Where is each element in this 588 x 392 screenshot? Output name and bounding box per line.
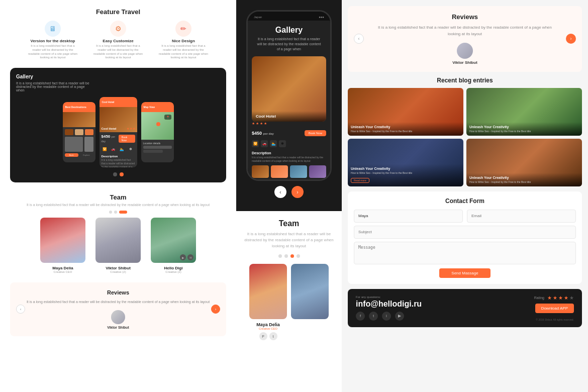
review-next-right-btn[interactable]: › (566, 34, 576, 44)
tm-avatar-maya (249, 264, 287, 319)
name-input[interactable] (354, 210, 463, 223)
star-1: ★ (252, 122, 255, 126)
footer-facebook-icon[interactable]: f (356, 312, 365, 321)
star-3: ★ (260, 122, 263, 126)
tm-avatar-b (291, 264, 329, 319)
gallery-next-btn[interactable]: › (291, 186, 304, 198)
footer-twitter-icon[interactable]: t (369, 312, 378, 321)
blog-card-1-title: Unleash Your Creativity (351, 125, 460, 129)
form-row-3 (354, 242, 576, 264)
form-row-2 (354, 226, 576, 239)
blog-card-2[interactable]: Unleash Your Creativity How to Write Seo… (466, 88, 582, 136)
reviewer-avatar-left (111, 310, 125, 324)
email-input[interactable] (467, 210, 576, 223)
rating-label: Rating (534, 296, 544, 300)
review-next-btn[interactable]: › (211, 305, 220, 314)
reviews-right-title: Reviews (373, 13, 557, 21)
reviewer-name-left: Viktor Shibut (107, 326, 129, 329)
blog-card-3[interactable]: Unleash Your Creativity How to Write Seo… (348, 139, 463, 186)
member-role-viktor: Creative (2) (110, 270, 126, 273)
feature-label-desktop: Version for the desktop (31, 39, 75, 43)
reviews-right-text: It is a long established fact that a rea… (373, 25, 557, 38)
review-prev-right-btn[interactable]: ‹ (354, 34, 364, 44)
blog-card-2-title: Unleash Your Creativity (469, 125, 579, 129)
gear-icon: ⚙ (110, 21, 126, 37)
team-mobile-section: Team It is a long established fact that … (236, 211, 342, 392)
thumb-1 (252, 165, 269, 178)
feature-desc-desktop: It is a long established fact that a rea… (28, 44, 78, 60)
feature-icons: 🖥 Version for the desktop It is a long e… (10, 21, 226, 60)
star-f-3: ★ (558, 295, 563, 301)
gallery-dark-desc: It is a long established fact that a rea… (16, 81, 91, 92)
tm-dot-3[interactable] (290, 254, 294, 258)
team-mobile-members: Maya Delia Creative CEO P t (244, 264, 334, 340)
team-member-viktor: Viktor Shibut Creative (2) (93, 218, 143, 273)
big-phone-header: Japan ●●● (248, 12, 330, 21)
team-members: Maya Delia Creative CEO Viktor Shibut Cr… (10, 218, 226, 273)
tm-dot-4[interactable] (297, 254, 300, 258)
big-phone-screen: Japan ●●● Gallery It is a long establish… (248, 12, 330, 179)
footer-instagram-icon[interactable]: i (382, 312, 391, 321)
star-2: ★ (256, 122, 259, 126)
phone-screen-3: Map View 📍 Location details (141, 102, 174, 162)
blog-card-1[interactable]: Unleash Your Creativity How to Write Seo… (348, 88, 463, 136)
download-app-button[interactable]: Download APP (535, 304, 574, 313)
tm-dot-2[interactable] (284, 254, 288, 258)
rating-stars: ★ ★ ★ ★ ★ (547, 295, 574, 301)
message-textarea[interactable] (354, 242, 576, 264)
team-dot-1[interactable] (109, 211, 112, 214)
tm-member-maya: Maya Delia Creative CEO P t (249, 264, 287, 340)
blog-card-4[interactable]: Unleash Your Creativity How to Write Seo… (466, 139, 582, 186)
gallery-prev-btn[interactable]: ‹ (274, 186, 286, 198)
hotel-stars: ★ ★ ★ ★ (248, 122, 330, 128)
amenities-row: 🛜 🚗 🏊 ❄ (248, 139, 330, 149)
blog-grid: Unleash Your Creativity How to Write Seo… (348, 88, 582, 186)
member-name-maya: Maya Delia (52, 266, 73, 270)
contact-form-section: Contact Form Send Massage (348, 191, 582, 284)
reviewer-right-name: Viktor Shibut (452, 60, 477, 65)
dot-1[interactable] (113, 172, 117, 176)
footer-youtube-icon[interactable]: ▶ (395, 312, 404, 321)
gallery-screen-title: Gallery (248, 21, 330, 37)
form-row-1 (354, 210, 576, 223)
read-more-btn-3[interactable]: Read more (351, 178, 369, 183)
status-bar-left: Japan (254, 16, 262, 19)
footer-left: For any questions: info@hellodigi.ru f t… (356, 296, 422, 321)
blog-card-4-overlay: Unleash Your Creativity How to Write Seo… (466, 173, 582, 186)
tm-dot-1[interactable] (278, 254, 282, 258)
team-member-hello: ▶ ✉ Hello Digi Creative (2) (148, 218, 199, 273)
review-prev-btn[interactable]: ‹ (16, 305, 25, 314)
feature-label-customize: Easy Customize (103, 39, 133, 43)
star-4: ★ (264, 122, 267, 126)
star-empty: ★ (569, 295, 574, 301)
gallery-dark-section: Gallery It is a long established fact th… (10, 68, 226, 182)
right-panel: ‹ › Reviews It is a long established fac… (342, 0, 588, 392)
pinterest-icon[interactable]: P (259, 332, 267, 340)
member-role-hello: Creative (2) (165, 270, 181, 273)
team-section: Team It is a long established fact that … (0, 187, 236, 277)
team-dot-3[interactable] (119, 211, 127, 214)
footer-email: info@hellodigi.ru (356, 300, 422, 309)
hotel-name: Cool Hotel (256, 114, 322, 119)
blog-card-2-sub: How to Write Seo - Inspired by the Free … (469, 130, 579, 133)
team-member-maya: Maya Delia Creative CEO (38, 218, 88, 273)
feature-desc-design: It is a long established fact that a rea… (158, 44, 209, 60)
team-dot-2[interactable] (114, 211, 117, 214)
team-dots (10, 211, 226, 214)
gallery-phones: Best Destinations Book (16, 97, 220, 167)
avatar-hello: ▶ ✉ (151, 218, 196, 263)
per-day: per day (263, 132, 274, 135)
blog-card-3-title: Unleash Your Creativity (351, 167, 460, 170)
feature-icon-desktop: 🖥 Version for the desktop It is a long e… (28, 21, 78, 60)
car-icon: 🚗 (261, 140, 268, 147)
subject-input[interactable] (354, 226, 576, 239)
send-message-button[interactable]: Send Massage (439, 268, 490, 278)
book-now-btn[interactable]: Book Now (305, 130, 326, 136)
twitter-icon[interactable]: t (269, 332, 277, 340)
thumb-row (248, 165, 330, 178)
feature-label-design: Nice Design (172, 39, 195, 43)
contact-title: Contact Form (354, 198, 576, 205)
tm-member-b (291, 264, 329, 340)
dot-2[interactable] (120, 172, 124, 176)
blog-title: Recent blog entries (348, 77, 582, 84)
